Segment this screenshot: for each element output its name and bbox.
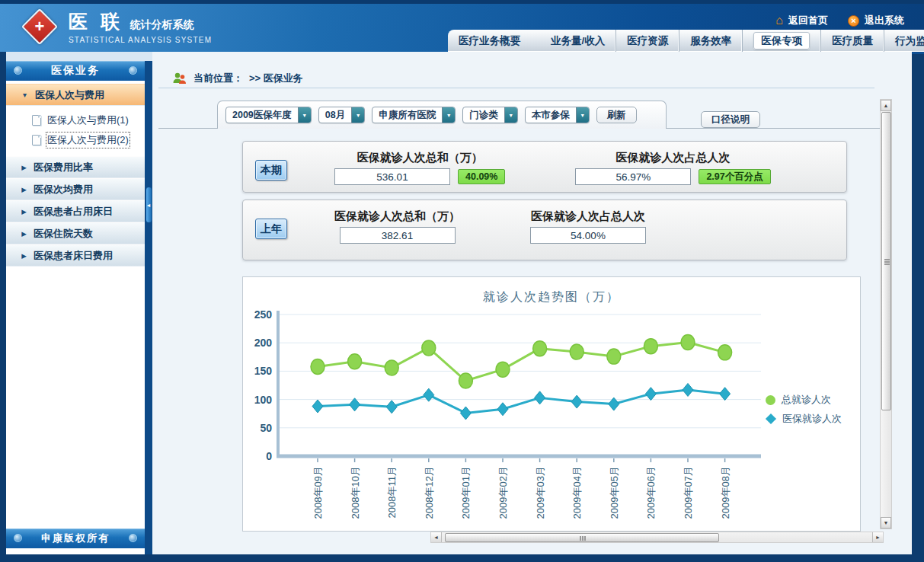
vertical-scrollbar[interactable]: ▲ ▼	[880, 99, 892, 529]
blue-diamond-icon	[766, 414, 776, 424]
sidebar-item-zhuyuan-tianshu[interactable]: ▶ 医保住院天数	[6, 222, 145, 244]
knob-icon	[129, 66, 137, 75]
grip-icon	[884, 261, 890, 263]
app-logo-icon: +	[21, 8, 58, 45]
app-logo: + 医 联 统计分析系统 STATISTICAL ANALYSIS SYSTEM	[21, 8, 212, 45]
tab-volume-income[interactable]: 业务量/收入	[540, 30, 615, 52]
home-icon: ⌂	[775, 14, 783, 27]
svg-text:100: 100	[254, 394, 273, 406]
sidebar-item-chuangri-feiyong[interactable]: ▶ 医保患者床日费用	[6, 244, 145, 267]
grip-icon	[582, 536, 583, 541]
app-window: + 医 联 统计分析系统 STATISTICAL ANALYSIS SYSTEM…	[0, 0, 924, 562]
medical-cross-icon: +	[21, 8, 58, 45]
app-body: 医保业务 ▼ 医保人次与费用 医保人次与费用(1) 医保人次与费用(2)	[6, 52, 912, 554]
svg-text:2008年10月: 2008年10月	[350, 466, 361, 519]
copyright-bar: 申康版权所有	[6, 528, 145, 548]
knob-icon	[129, 534, 137, 542]
tab-medical-resources[interactable]: 医疗资源	[615, 30, 679, 52]
insured-visits-ratio-value-ly: 54.00%	[530, 227, 646, 244]
sidebar-item-renci-feiyong[interactable]: ▼ 医保人次与费用	[6, 84, 145, 106]
visit-type-dropdown[interactable]: 门诊类 ▼	[462, 107, 518, 123]
chevron-down-icon: ▼	[298, 107, 311, 123]
chart-title: 就诊人次趋势图（万）	[243, 289, 860, 305]
chevron-down-icon: ▼	[351, 107, 364, 123]
app-subtitle-en: STATISTICAL ANALYSIS SYSTEM	[69, 36, 212, 44]
tab-behavior-monitor[interactable]: 行为监控	[884, 30, 924, 52]
tab-service-efficiency[interactable]: 服务效率	[679, 30, 742, 52]
legend-insured-visits: 医保就诊人次	[766, 412, 842, 426]
breadcrumb-path[interactable]: >> 医保业务	[249, 72, 303, 85]
scroll-left-arrow-icon[interactable]: ◄	[431, 532, 442, 542]
chevron-down-icon: ▼	[21, 91, 27, 99]
vertical-scroll-thumb[interactable]	[881, 112, 891, 410]
tab-medical-quality[interactable]: 医疗质量	[820, 30, 884, 52]
last-year-button[interactable]: 上年	[255, 219, 287, 239]
sidebar-item-cijun-feiyong[interactable]: ▶ 医保次均费用	[6, 178, 145, 200]
ratio-change-badge: 2.97个百分点	[699, 169, 770, 184]
svg-text:2009年02月: 2009年02月	[497, 466, 509, 519]
metric-insured-visits-ratio: 医保就诊人次占总人次 56.97% 2.97个百分点	[575, 151, 770, 185]
green-circle-icon	[766, 395, 775, 405]
month-dropdown[interactable]: 08月 ▼	[318, 107, 365, 123]
svg-text:200: 200	[254, 337, 273, 349]
top-header: + 医 联 统计分析系统 STATISTICAL ANALYSIS SYSTEM…	[0, 0, 924, 52]
app-subtitle: 统计分析系统	[129, 18, 193, 30]
knob-icon	[14, 534, 22, 542]
current-period-button[interactable]: 本期	[255, 160, 287, 180]
sidebar-subitem-renci-2[interactable]: 医保人次与费用(2)	[6, 130, 145, 150]
chevron-down-icon: ▼	[504, 107, 517, 123]
trend-chart-svg: 0501001502002502008年09月2008年10月2008年11月2…	[249, 309, 767, 527]
insured-visits-total-value-ly: 382.61	[340, 227, 456, 244]
svg-text:2008年12月: 2008年12月	[424, 466, 435, 519]
insured-type-dropdown[interactable]: 本市参保 ▼	[525, 107, 590, 123]
scroll-right-arrow-icon[interactable]: ►	[872, 532, 883, 542]
metric-insured-visits-total-ly: 医保就诊人次总和（万） 382.61	[334, 209, 460, 244]
last-year-panel: 上年 医保就诊人次总和（万） 382.61 医保就诊人次占总人次 54.00%	[242, 200, 847, 260]
hospital-dropdown[interactable]: 申康所有医院 ▼	[372, 107, 456, 123]
app-title: 医 联	[69, 11, 123, 32]
growth-badge: 40.09%	[458, 169, 505, 184]
breadcrumb: 当前位置： >> 医保业务	[158, 69, 874, 88]
app-title-block: 医 联 统计分析系统 STATISTICAL ANALYSIS SYSTEM	[69, 9, 212, 44]
refresh-button[interactable]: 刷新	[596, 107, 637, 123]
chart-legend: 总就诊人次 医保就诊人次	[766, 393, 842, 426]
chevron-right-icon: ▶	[21, 186, 27, 193]
sidebar-footer: 申康版权所有	[6, 528, 145, 548]
svg-text:50: 50	[260, 422, 272, 434]
sidebar-menu: ▼ 医保人次与费用 医保人次与费用(1) 医保人次与费用(2) ▶ 医保费用比率	[6, 84, 145, 267]
svg-text:2009年01月: 2009年01月	[460, 466, 472, 519]
year-dropdown[interactable]: 2009医保年度 ▼	[225, 107, 312, 123]
sidebar-item-zhanyong-chuangri[interactable]: ▶ 医保患者占用床日	[6, 200, 145, 222]
chevron-down-icon: ▼	[576, 107, 589, 123]
caliber-note-button[interactable]: 口径说明	[701, 111, 760, 128]
sidebar-item-feiyong-bilv[interactable]: ▶ 医保费用比率	[6, 156, 145, 178]
users-icon	[172, 72, 187, 85]
metric-insured-visits-ratio-ly: 医保就诊人次占总人次 54.00%	[530, 209, 646, 244]
svg-text:2009年08月: 2009年08月	[720, 466, 731, 519]
horizontal-scrollbar[interactable]: ◄ ►	[430, 532, 884, 543]
sidebar-submenu: 医保人次与费用(1) 医保人次与费用(2)	[6, 106, 145, 156]
sidebar-collapse-handle[interactable]: ◄	[145, 187, 152, 223]
svg-text:2009年07月: 2009年07月	[683, 466, 694, 519]
svg-text:2009年04月: 2009年04月	[571, 466, 583, 519]
scroll-up-arrow-icon[interactable]: ▲	[881, 100, 891, 111]
knob-icon	[14, 66, 22, 75]
tab-insurance-special[interactable]: 医保专项	[742, 30, 820, 52]
svg-text:2008年09月: 2008年09月	[312, 466, 324, 519]
trend-chart-panel: 就诊人次趋势图（万） 0501001502002502008年09月2008年1…	[242, 276, 861, 532]
insured-visits-ratio-value: 56.97%	[575, 168, 691, 185]
filter-toolbar: 2009医保年度 ▼ 08月 ▼ 申康所有医院 ▼ 门诊类 ▼ 本市参保 ▼	[217, 101, 667, 129]
home-link[interactable]: ⌂ 返回首页	[775, 14, 828, 27]
metric-insured-visits-total: 医保就诊人次总和（万） 536.01 40.09%	[334, 151, 505, 185]
top-nav: 医疗业务概要 业务量/收入 医疗资源 服务效率 医保专项 医疗质量 行为监控	[448, 30, 924, 52]
sidebar: 医保业务 ▼ 医保人次与费用 医保人次与费用(1) 医保人次与费用(2)	[6, 61, 145, 554]
exit-link[interactable]: × 退出系统	[848, 14, 904, 27]
svg-text:250: 250	[254, 309, 273, 321]
sidebar-header: 医保业务	[6, 61, 145, 81]
scroll-down-arrow-icon[interactable]: ▼	[881, 517, 891, 528]
sidebar-subitem-renci-1[interactable]: 医保人次与费用(1)	[6, 110, 145, 130]
chevron-right-icon: ▶	[21, 208, 27, 216]
horizontal-scroll-thumb[interactable]	[445, 533, 719, 542]
tab-overview[interactable]: 医疗业务概要	[448, 30, 540, 52]
chevron-down-icon: ▼	[442, 107, 455, 123]
